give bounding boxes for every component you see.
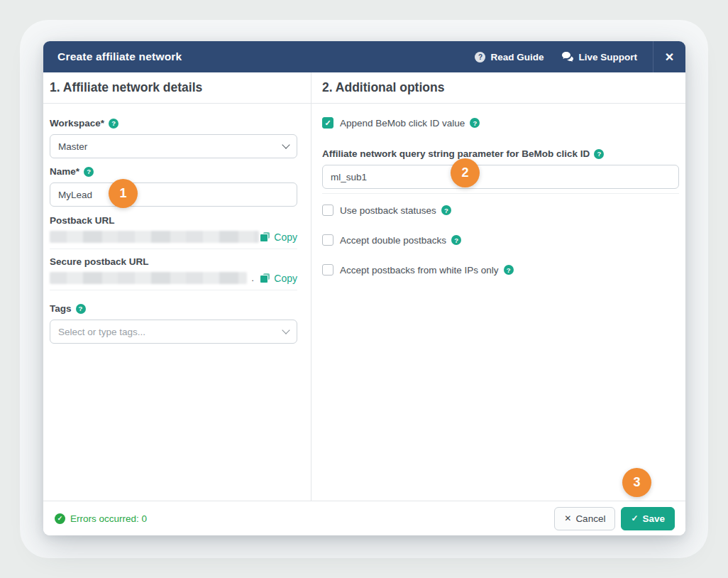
postback-url-label: Postback URL — [50, 215, 297, 226]
tags-label: Tags — [50, 303, 72, 314]
append-clickid-checkbox[interactable]: ✓ — [322, 117, 333, 129]
tags-label-row: Tags ? — [50, 303, 297, 314]
details-heading: 1. Affiliate network details — [43, 72, 311, 104]
modal-title: Create affiliate network — [43, 50, 182, 63]
workspace-label: Workspace* — [50, 118, 104, 129]
postback-url-row: Copy — [50, 231, 297, 243]
white-ips-checkbox[interactable] — [322, 264, 333, 276]
cancel-button[interactable]: ✕ Cancel — [554, 507, 615, 530]
check-icon: ✓ — [631, 513, 638, 523]
live-support-label: Live Support — [578, 52, 637, 62]
tags-select[interactable]: Select or type tags... — [50, 320, 297, 344]
check-circle-icon: ✓ — [55, 513, 65, 524]
copy-icon — [260, 273, 270, 283]
modal-header: Create affiliate network ? Read Guide Li… — [43, 41, 685, 72]
chevron-down-icon — [282, 141, 289, 148]
errors-status: ✓ Errors occurred: 0 — [55, 513, 147, 524]
double-postbacks-label: Accept double postbacks — [340, 235, 446, 246]
secure-copy-link[interactable]: Copy — [260, 273, 297, 284]
postback-statuses-label: Use postback statuses — [340, 205, 436, 216]
name-label: Name* — [50, 166, 79, 177]
postback-statuses-row: Use postback statuses ? — [322, 205, 679, 216]
read-guide-label: Read Guide — [490, 52, 544, 62]
step-badge-2: 2 — [451, 158, 480, 187]
divider — [50, 249, 297, 249]
header-actions: ? Read Guide Live Support ✕ — [475, 41, 685, 72]
options-heading: 2. Additional options — [311, 72, 685, 104]
secure-url-suffix: . — [251, 273, 254, 283]
param-help-icon[interactable]: ? — [594, 149, 604, 159]
read-guide-link[interactable]: ? Read Guide — [475, 52, 544, 62]
step-badge-3: 3 — [622, 468, 651, 497]
postback-statuses-checkbox[interactable] — [322, 205, 333, 216]
postback-copy-label: Copy — [274, 231, 297, 243]
workspace-selected-value: Master — [58, 141, 87, 152]
secure-postback-url-row: . Copy — [50, 272, 297, 284]
append-clickid-row: ✓ Append BeMob click ID value ? — [322, 117, 679, 129]
close-icon: ✕ — [564, 513, 571, 523]
errors-label: Errors occurred: 0 — [70, 513, 147, 524]
postback-statuses-help-icon[interactable]: ? — [441, 205, 451, 215]
double-postbacks-help-icon[interactable]: ? — [451, 235, 461, 245]
secure-copy-label: Copy — [274, 273, 297, 284]
save-label: Save — [642, 513, 665, 524]
app-background: { "colors": { "header_bg": "#2f4a74", "a… — [0, 0, 728, 578]
divider — [50, 290, 297, 290]
postback-copy-link[interactable]: Copy — [260, 231, 297, 243]
copy-icon — [260, 232, 270, 242]
live-support-link[interactable]: Live Support — [562, 52, 637, 62]
affiliate-details-column: 1. Affiliate network details Workspace* … — [43, 72, 311, 501]
double-postbacks-checkbox[interactable] — [322, 234, 333, 246]
save-button[interactable]: ✓ Save — [621, 507, 675, 530]
name-input[interactable] — [50, 182, 297, 207]
close-icon: ✕ — [665, 50, 674, 64]
step-badge-1: 1 — [109, 179, 138, 208]
workspace-label-row: Workspace* ? — [50, 118, 297, 129]
tags-help-icon[interactable]: ? — [76, 304, 86, 314]
footer-buttons: ✕ Cancel ✓ Save — [554, 507, 675, 530]
white-ips-help-icon[interactable]: ? — [504, 265, 514, 275]
additional-options-column: 2. Additional options ✓ Append BeMob cli… — [311, 72, 685, 501]
white-ips-label: Accept postbacks from white IPs only — [340, 265, 499, 276]
append-clickid-label: Append BeMob click ID value — [340, 118, 465, 129]
workspace-select[interactable]: Master — [50, 134, 297, 158]
workspace-help-icon[interactable]: ? — [109, 119, 118, 129]
cancel-label: Cancel — [575, 513, 605, 524]
chat-bubbles-icon — [562, 52, 573, 62]
check-icon: ✓ — [324, 119, 331, 128]
postback-url-redacted — [50, 231, 259, 243]
name-label-row: Name* ? — [50, 166, 297, 177]
modal-close-button[interactable]: ✕ — [653, 41, 685, 72]
double-postbacks-row: Accept double postbacks ? — [322, 234, 679, 246]
tags-placeholder: Select or type tags... — [58, 327, 145, 337]
name-help-icon[interactable]: ? — [84, 167, 94, 177]
question-circle-icon: ? — [475, 52, 485, 62]
secure-postback-url-label: Secure postback URL — [50, 256, 297, 267]
secure-postback-url-redacted — [50, 272, 247, 284]
white-ips-row: Accept postbacks from white IPs only ? — [322, 264, 679, 276]
param-label: Affiliate network query string parameter… — [322, 148, 590, 159]
append-clickid-help-icon[interactable]: ? — [470, 118, 480, 128]
modal-footer: ✓ Errors occurred: 0 ✕ Cancel ✓ Save — [43, 501, 685, 535]
chevron-down-icon — [282, 326, 289, 334]
param-input[interactable] — [322, 165, 679, 189]
divider — [322, 193, 679, 194]
param-label-row: Affiliate network query string parameter… — [322, 148, 679, 159]
create-affiliate-network-modal: Create affiliate network ? Read Guide Li… — [43, 41, 685, 535]
modal-body: 1. Affiliate network details Workspace* … — [43, 72, 685, 501]
